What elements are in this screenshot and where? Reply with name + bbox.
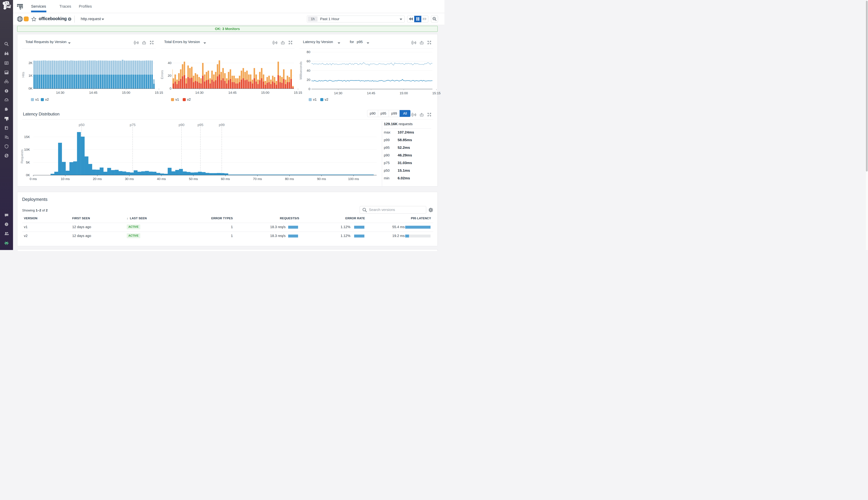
svg-text:20: 20 [307,78,310,82]
svg-text:50 ms: 50 ms [189,177,198,181]
svg-text:14:45: 14:45 [367,91,375,95]
svg-text:15:00: 15:00 [122,91,130,94]
svg-text:40: 40 [168,61,171,65]
svg-text:0K: 0K [26,173,30,177]
svg-text:14:45: 14:45 [228,91,237,94]
svg-text:v1: v1 [175,98,179,101]
svg-text:p90: p90 [179,123,184,127]
svg-text:90 ms: 90 ms [317,177,326,181]
svg-text:15:00: 15:00 [400,91,408,95]
svg-text:30 ms: 30 ms [125,177,134,181]
svg-text:1K: 1K [28,74,33,77]
svg-text:15:15: 15:15 [432,91,441,95]
svg-text:0: 0 [169,87,171,90]
svg-text:0K: 0K [28,87,33,90]
svg-text:10 ms: 10 ms [61,177,70,181]
svg-text:80: 80 [307,50,310,54]
svg-text:p95: p95 [197,123,203,127]
svg-text:60: 60 [307,59,310,63]
svg-text:15:00: 15:00 [261,91,269,94]
svg-text:5K: 5K [26,161,30,164]
svg-text:p99: p99 [219,123,225,127]
svg-text:20 ms: 20 ms [93,177,102,181]
svg-text:40 ms: 40 ms [157,177,166,181]
svg-text:v2: v2 [324,98,328,101]
svg-text:2K: 2K [28,61,33,65]
svg-text:40: 40 [307,69,310,72]
svg-text:v2: v2 [187,98,191,101]
svg-text:14:30: 14:30 [56,91,65,94]
svg-text:14:30: 14:30 [195,91,204,94]
svg-text:Requests: Requests [20,149,24,163]
svg-text:10K: 10K [24,148,30,151]
svg-text:14:30: 14:30 [334,91,342,95]
svg-text:?: ? [6,223,7,226]
svg-text:Errors: Errors [160,70,164,79]
svg-text:0: 0 [308,87,310,91]
svg-text:0 ms: 0 ms [30,177,37,181]
svg-text:v1: v1 [313,98,317,101]
svg-text:100 ms: 100 ms [348,177,359,181]
svg-text:70 ms: 70 ms [253,177,262,181]
svg-text:15K: 15K [24,135,30,139]
svg-text:14:45: 14:45 [89,91,98,94]
svg-text:20: 20 [168,74,171,77]
svg-text:Hits: Hits [21,72,25,78]
svg-text:p75: p75 [130,123,135,127]
svg-text:80 ms: 80 ms [285,177,294,181]
svg-text:60 ms: 60 ms [221,177,230,181]
svg-text:v1: v1 [35,98,39,101]
svg-text:Milliseconds: Milliseconds [299,61,302,79]
svg-text:p50: p50 [79,123,84,127]
svg-text:v2: v2 [45,98,49,101]
